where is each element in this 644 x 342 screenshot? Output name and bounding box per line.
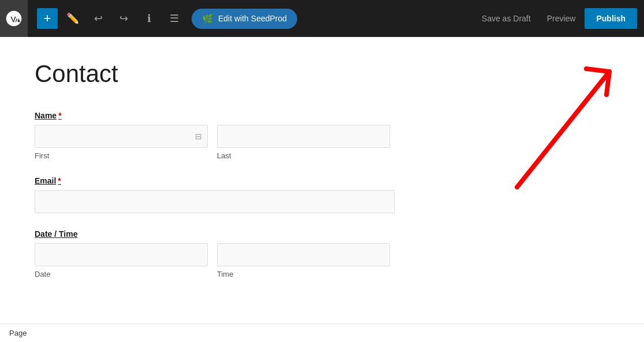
first-name-input-wrapper: ⊟: [35, 125, 208, 148]
last-sub-label: Last: [217, 151, 390, 160]
first-name-col: ⊟ First: [35, 125, 208, 160]
redo-icon: ↪: [119, 12, 128, 25]
contact-card-icon: ⊟: [195, 132, 202, 141]
name-label: Name*: [35, 111, 609, 120]
date-col: Date: [35, 243, 208, 278]
add-block-button[interactable]: +: [37, 8, 58, 29]
email-field-section: Email*: [35, 176, 609, 213]
email-input[interactable]: [35, 190, 395, 213]
main-content: Contact Name* ⊟ First Last Email*: [0, 37, 644, 342]
undo-button[interactable]: ↩: [88, 8, 108, 29]
wordpress-icon: [5, 9, 23, 28]
info-icon: ℹ: [147, 12, 151, 25]
datetime-field-section: Date / Time Date Time: [35, 229, 609, 278]
status-bar: Page: [0, 324, 644, 342]
email-label: Email*: [35, 176, 609, 185]
status-label: Page: [9, 329, 27, 337]
info-button[interactable]: ℹ: [138, 8, 159, 29]
time-sub-label: Time: [217, 270, 390, 278]
date-input[interactable]: [35, 243, 208, 266]
date-sub-label: Date: [35, 270, 208, 278]
seedprod-leaf-icon: 🌿: [202, 13, 214, 24]
datetime-field-row: Date Time: [35, 243, 609, 278]
first-name-input[interactable]: [35, 125, 208, 148]
tools-icon-button[interactable]: ✏️: [62, 8, 83, 29]
seedprod-label: Edit with SeedProd: [218, 14, 287, 23]
publish-button[interactable]: Publish: [585, 8, 637, 29]
preview-button[interactable]: Preview: [540, 9, 583, 28]
time-col: Time: [217, 243, 390, 278]
page-title: Contact: [35, 60, 609, 88]
time-input[interactable]: [217, 243, 390, 266]
name-field-row: ⊟ First Last: [35, 125, 609, 160]
last-name-col: Last: [217, 125, 390, 160]
pencil-icon: ✏️: [66, 12, 79, 25]
first-sub-label: First: [35, 151, 208, 160]
redo-button[interactable]: ↪: [113, 8, 134, 29]
seedprod-button[interactable]: 🌿 Edit with SeedProd: [192, 9, 297, 29]
last-name-input[interactable]: [217, 125, 390, 148]
list-view-button[interactable]: ☰: [164, 8, 185, 29]
toolbar: + ✏️ ↩ ↪ ℹ ☰ 🌿 Edit with SeedProd Save a…: [0, 0, 644, 37]
name-field-section: Name* ⊟ First Last: [35, 111, 609, 160]
datetime-label: Date / Time: [35, 229, 609, 239]
toolbar-right-actions: Save as Draft Preview Publish: [475, 8, 637, 29]
list-icon: ☰: [170, 12, 179, 25]
undo-icon: ↩: [94, 12, 103, 25]
wp-logo: [0, 0, 28, 37]
save-draft-button[interactable]: Save as Draft: [475, 9, 538, 28]
